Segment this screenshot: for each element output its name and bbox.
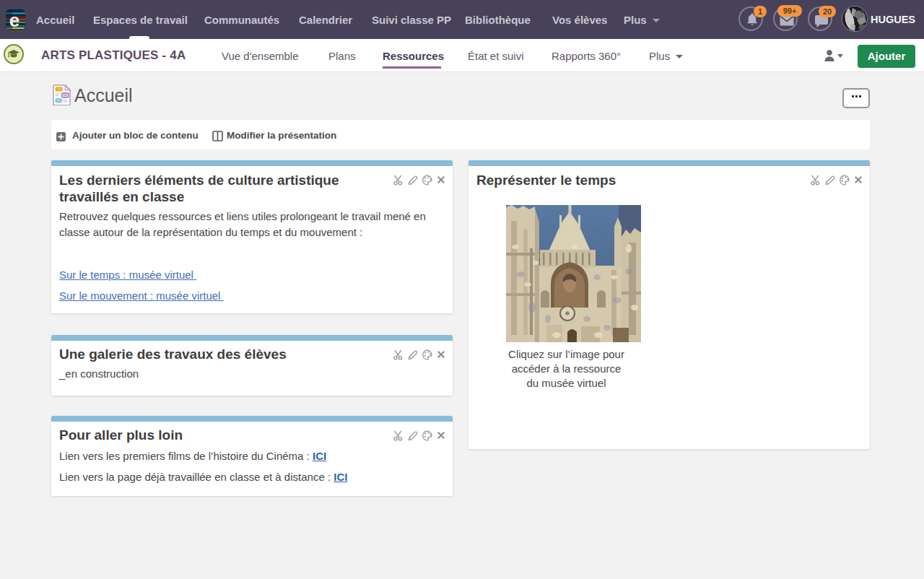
svg-text:e: e: [9, 9, 19, 30]
